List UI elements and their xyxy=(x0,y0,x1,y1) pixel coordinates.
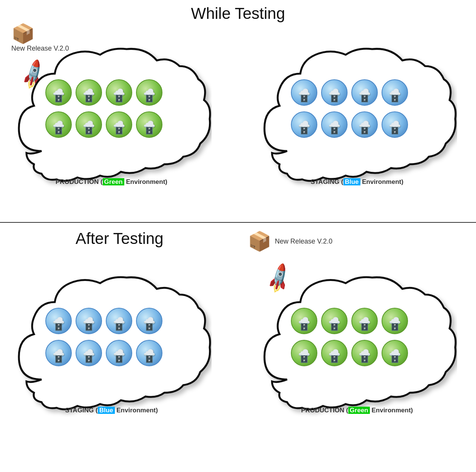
server-node: ☁️ 🗄️ xyxy=(291,308,317,334)
top-left-servers: ☁️ 🗄️ ☁️ 🗄️ ☁️ 🗄️ ☁️ 🗄️ xyxy=(45,79,162,138)
bottom-right-cloud-container: ☁️ 🗄️ ☁️ 🗄️ ☁️ 🗄️ ☁️ 🗄️ xyxy=(257,259,457,425)
server-node: ☁️ 🗄️ xyxy=(106,111,132,138)
top-right-row1: ☁️ 🗄️ ☁️ 🗄️ ☁️ 🗄️ ☁️ 🗄️ xyxy=(291,79,408,106)
top-title: While Testing xyxy=(0,0,476,23)
server-node: ☁️ 🗄️ xyxy=(291,79,317,106)
server-node: ☁️ 🗄️ xyxy=(136,79,162,106)
green-badge-bottom: Green xyxy=(348,407,370,414)
top-right-cloud-label: STAGING (Blue Environment) xyxy=(257,178,457,186)
server-node: ☁️ 🗄️ xyxy=(321,308,348,334)
server-node: ☁️ 🗄️ xyxy=(291,111,317,138)
top-left-row2: ☁️ 🗄️ ☁️ 🗄️ ☁️ 🗄️ ☁️ 🗄️ xyxy=(45,111,162,138)
top-right-cloud-container: ☁️ 🗄️ ☁️ 🗄️ ☁️ 🗄️ ☁️ 🗄️ xyxy=(257,30,457,196)
bottom-left-row2: ☁️ 🗄️ ☁️ 🗄️ ☁️ 🗄️ ☁️ 🗄️ xyxy=(45,340,162,366)
server-node: ☁️ 🗄️ xyxy=(351,308,378,334)
server-node: ☁️ 🗄️ xyxy=(106,340,132,366)
top-right-row2: ☁️ 🗄️ ☁️ 🗄️ ☁️ 🗄️ ☁️ 🗄️ xyxy=(291,111,408,138)
bottom-left-servers: ☁️ 🗄️ ☁️ 🗄️ ☁️ 🗄️ ☁️ 🗄️ xyxy=(45,308,162,366)
server-node: ☁️ 🗄️ xyxy=(351,111,378,138)
server-node: ☁️ 🗄️ xyxy=(382,79,408,106)
server-node: ☁️ 🗄️ xyxy=(106,308,132,334)
bottom-left-cloud-container: ☁️ 🗄️ ☁️ 🗄️ ☁️ 🗄️ ☁️ 🗄️ xyxy=(11,259,212,425)
bottom-section: After Testing 📦 New Release V.2.0 🚀 ☁️ xyxy=(0,223,476,472)
top-left-cloud-container: ☁️ 🗄️ ☁️ 🗄️ ☁️ 🗄️ ☁️ 🗄️ xyxy=(11,30,212,196)
server-node: ☁️ 🗄️ xyxy=(321,79,348,106)
server-node: ☁️ 🗄️ xyxy=(45,111,72,138)
server-node: ☁️ 🗄️ xyxy=(45,308,72,334)
bottom-left-row1: ☁️ 🗄️ ☁️ 🗄️ ☁️ 🗄️ ☁️ 🗄️ xyxy=(45,308,162,334)
server-node: ☁️ 🗄️ xyxy=(382,111,408,138)
server-node: ☁️ 🗄️ xyxy=(136,111,162,138)
server-node: ☁️ 🗄️ xyxy=(136,308,162,334)
server-node: ☁️ 🗄️ xyxy=(291,340,317,366)
server-node: ☁️ 🗄️ xyxy=(76,340,102,366)
server-node: ☁️ 🗄️ xyxy=(45,340,72,366)
server-node: ☁️ 🗄️ xyxy=(351,79,378,106)
server-node: ☁️ 🗄️ xyxy=(76,79,102,106)
bottom-right-row2: ☁️ 🗄️ ☁️ 🗄️ ☁️ 🗄️ ☁️ 🗄️ xyxy=(291,340,408,366)
server-node: ☁️ 🗄️ xyxy=(76,308,102,334)
server-node: ☁️ 🗄️ xyxy=(382,340,408,366)
bottom-right-row1: ☁️ 🗄️ ☁️ 🗄️ ☁️ 🗄️ ☁️ 🗄️ xyxy=(291,308,408,334)
blue-badge: Blue xyxy=(343,178,360,185)
page-container: While Testing 📦 New Release V.2.0 🚀 ☁️ 🗄… xyxy=(0,0,476,472)
server-node: ☁️ 🗄️ xyxy=(136,340,162,366)
server-node: ☁️ 🗄️ xyxy=(321,340,348,366)
bottom-right-cloud-label: PRODUCTION (Green Environment) xyxy=(257,407,457,414)
blue-badge-bottom: Blue xyxy=(98,407,115,414)
bottom-package-icon: 📦 xyxy=(248,230,271,252)
server-node: ☁️ 🗄️ xyxy=(351,340,378,366)
top-right-servers: ☁️ 🗄️ ☁️ 🗄️ ☁️ 🗄️ ☁️ 🗄️ xyxy=(291,79,408,138)
top-left-cloud-label: PRODUCTION (Green Environment) xyxy=(11,178,212,186)
bottom-left-cloud-label: STAGING (Blue Environment) xyxy=(11,407,212,414)
server-node: ☁️ 🗄️ xyxy=(76,111,102,138)
server-node: ☁️ 🗄️ xyxy=(382,308,408,334)
server-node: ☁️ 🗄️ xyxy=(106,79,132,106)
top-left-row1: ☁️ 🗄️ ☁️ 🗄️ ☁️ 🗄️ ☁️ 🗄️ xyxy=(45,79,162,106)
top-section: While Testing 📦 New Release V.2.0 🚀 ☁️ 🗄… xyxy=(0,0,476,223)
green-badge: Green xyxy=(103,178,124,185)
bottom-right-servers: ☁️ 🗄️ ☁️ 🗄️ ☁️ 🗄️ ☁️ 🗄️ xyxy=(291,308,408,366)
bottom-title: After Testing xyxy=(0,223,476,248)
server-node: ☁️ 🗄️ xyxy=(45,79,72,106)
server-node: ☁️ 🗄️ xyxy=(321,111,348,138)
